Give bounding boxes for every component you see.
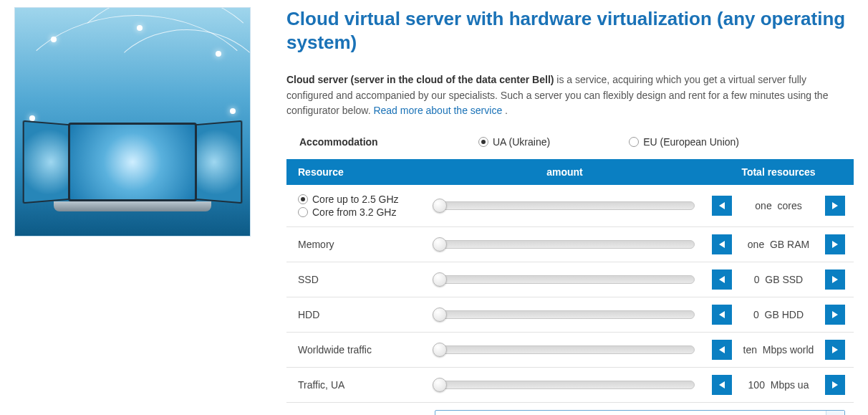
svg-marker-2 bbox=[719, 241, 725, 248]
slider-cores[interactable] bbox=[435, 201, 695, 210]
core-option-0[interactable]: Core up to 2.5 GHz bbox=[298, 194, 418, 205]
os-select[interactable]: I do not know bbox=[435, 410, 845, 415]
accommodation-option-ua[interactable]: UA (Ukraine) bbox=[478, 136, 550, 148]
total-hdd: 0 GB HDD bbox=[739, 309, 818, 320]
svg-marker-0 bbox=[719, 202, 725, 209]
svg-marker-3 bbox=[832, 241, 838, 248]
decrease-hdd-button[interactable] bbox=[712, 305, 732, 325]
table-row: operating system I do not know bbox=[286, 403, 854, 415]
header-amount: amount bbox=[426, 159, 703, 185]
total-ssd: 0 GB SSD bbox=[739, 274, 818, 285]
page-title: Cloud virtual server with hardware virtu… bbox=[286, 7, 854, 54]
svg-marker-5 bbox=[832, 276, 838, 283]
os-select-value: I do not know bbox=[435, 411, 826, 415]
resource-label-memory: Memory bbox=[286, 227, 426, 262]
svg-marker-4 bbox=[719, 276, 725, 283]
radio-icon bbox=[478, 137, 488, 147]
chevron-down-icon bbox=[826, 411, 844, 415]
read-more-link[interactable]: Read more about the service bbox=[373, 105, 502, 116]
radio-label: Core from 3.2 GHz bbox=[312, 206, 396, 218]
resource-label-hdd: HDD bbox=[286, 297, 426, 333]
svg-marker-8 bbox=[719, 346, 725, 353]
accommodation-label: Accommodation bbox=[299, 136, 407, 148]
svg-marker-7 bbox=[832, 311, 838, 318]
svg-marker-6 bbox=[719, 311, 725, 318]
radio-label: EU (European Union) bbox=[643, 136, 739, 148]
radio-label: Core up to 2.5 GHz bbox=[312, 194, 399, 205]
slider-handle-icon bbox=[433, 237, 447, 252]
increase-ssd-button[interactable] bbox=[825, 269, 845, 290]
decrease-traffic-ua-button[interactable] bbox=[712, 375, 732, 395]
decrease-cores-button[interactable] bbox=[712, 196, 732, 216]
total-worldwide-traffic: ten Mbps world bbox=[739, 344, 818, 356]
slider-handle-icon bbox=[433, 343, 447, 357]
slider-hdd[interactable] bbox=[435, 310, 695, 319]
table-row: Worldwide traffic ten Mbps world bbox=[286, 333, 854, 368]
decrease-ssd-button[interactable] bbox=[712, 269, 732, 290]
service-description: Cloud server (server in the cloud of the… bbox=[286, 72, 854, 119]
increase-traffic-ua-button[interactable] bbox=[825, 375, 845, 395]
core-option-1[interactable]: Core from 3.2 GHz bbox=[298, 206, 418, 218]
slider-handle-icon bbox=[433, 307, 447, 322]
resource-label-traffic-ua: Traffic, UA bbox=[286, 368, 426, 403]
slider-ssd[interactable] bbox=[435, 275, 695, 284]
table-row: SSD 0 GB SSD bbox=[286, 262, 854, 297]
radio-icon bbox=[298, 207, 308, 217]
slider-handle-icon bbox=[433, 378, 447, 392]
slider-traffic-ua[interactable] bbox=[435, 381, 695, 389]
slider-handle-icon bbox=[433, 199, 447, 213]
header-resource: Resource bbox=[286, 159, 426, 185]
slider-worldwide-traffic[interactable] bbox=[435, 345, 695, 354]
total-memory: one GB RAM bbox=[739, 239, 818, 250]
svg-marker-9 bbox=[832, 346, 838, 353]
radio-icon bbox=[298, 194, 308, 204]
table-row: HDD 0 GB HDD bbox=[286, 297, 854, 333]
total-cores: one cores bbox=[739, 200, 818, 211]
table-row: Memory one GB RAM bbox=[286, 227, 854, 262]
table-row: Core up to 2.5 GHz Core from 3.2 GHz one… bbox=[286, 185, 854, 227]
slider-handle-icon bbox=[433, 272, 447, 287]
desc-tail: . bbox=[502, 105, 508, 116]
svg-marker-10 bbox=[719, 381, 725, 388]
increase-memory-button[interactable] bbox=[825, 234, 845, 254]
table-row: Traffic, UA 100 Mbps ua bbox=[286, 368, 854, 403]
radio-icon bbox=[629, 137, 639, 147]
resource-label-os: operating system bbox=[286, 403, 426, 415]
accommodation-option-eu[interactable]: EU (European Union) bbox=[629, 136, 739, 148]
configurator-table: Resource amount Total resources Core up … bbox=[286, 159, 854, 415]
total-traffic-ua: 100 Mbps ua bbox=[739, 379, 818, 391]
header-total: Total resources bbox=[703, 159, 854, 185]
increase-worldwide-traffic-button[interactable] bbox=[825, 340, 845, 360]
resource-label-ssd: SSD bbox=[286, 262, 426, 297]
accommodation-row: Accommodation UA (Ukraine) EU (European … bbox=[286, 132, 854, 159]
svg-marker-1 bbox=[832, 202, 838, 209]
radio-label: UA (Ukraine) bbox=[493, 136, 550, 148]
increase-cores-button[interactable] bbox=[825, 196, 845, 216]
decrease-memory-button[interactable] bbox=[712, 234, 732, 254]
increase-hdd-button[interactable] bbox=[825, 305, 845, 325]
slider-memory[interactable] bbox=[435, 240, 695, 249]
desc-bold: Cloud server (server in the cloud of the… bbox=[286, 74, 554, 85]
svg-marker-11 bbox=[832, 381, 838, 388]
decrease-worldwide-traffic-button[interactable] bbox=[712, 340, 732, 360]
resource-label-worldwide-traffic: Worldwide traffic bbox=[286, 333, 426, 368]
hero-image bbox=[14, 7, 251, 237]
